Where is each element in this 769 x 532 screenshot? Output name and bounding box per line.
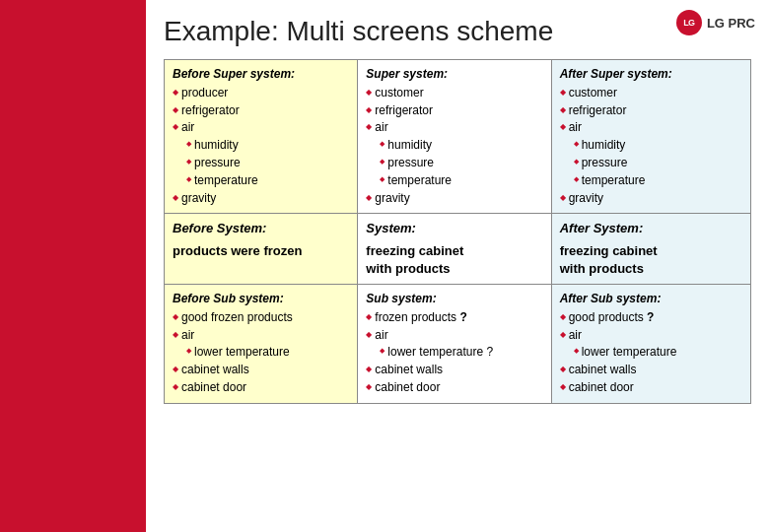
cell-after-system: After System: freezing cabinetwith produ…: [551, 214, 750, 285]
list-item: pressure: [380, 155, 542, 171]
list-item: cabinet door: [366, 379, 542, 396]
page-title: Example: Multi screens scheme: [164, 16, 751, 47]
list-item: good products ?: [560, 309, 742, 326]
logo-area: LG LG PRC: [676, 10, 755, 35]
cell-before-sub: Before Sub system: good frozen products …: [165, 284, 358, 403]
list-item: temperature: [574, 172, 742, 189]
main-area: LG LG PRC Example: Multi screens scheme …: [146, 0, 769, 532]
brand-name: LG PRC: [707, 16, 755, 31]
middle-system-header: System:: [366, 220, 542, 237]
list-item: cabinet door: [173, 379, 349, 396]
list-item: air: [173, 119, 349, 136]
list-item: good frozen products: [173, 309, 349, 326]
cell-after-sub: After Sub system: good products ? air lo…: [551, 284, 750, 403]
list-item: lower temperature: [574, 344, 742, 361]
middle-system-value: freezing cabinetwith products: [366, 243, 463, 276]
list-item: lower temperature ?: [380, 344, 542, 361]
lg-logo-icon: LG: [676, 10, 702, 35]
cell-middle-system: System: freezing cabinetwith products: [358, 214, 551, 285]
middle-sub-header: Sub system:: [366, 291, 542, 307]
cell-middle-sub: Sub system: frozen products ? air lower …: [358, 284, 551, 403]
list-item: air: [560, 119, 742, 136]
list-item: cabinet walls: [173, 362, 349, 378]
list-item: humidity: [574, 137, 742, 154]
list-item: refrigerator: [366, 102, 542, 119]
cell-after-super: After Super system: customer refrigerato…: [551, 60, 750, 214]
after-sub-header: After Sub system:: [560, 291, 742, 307]
main-table: Before Super system: producer refrigerat…: [164, 59, 751, 404]
before-system-value: products were frozen: [173, 243, 302, 258]
sidebar: [0, 0, 146, 532]
list-item: gravity: [173, 190, 349, 207]
cell-before-super: Before Super system: producer refrigerat…: [165, 60, 358, 214]
after-system-value: freezing cabinetwith products: [560, 243, 658, 276]
list-item: humidity: [186, 137, 349, 154]
middle-super-header: Super system:: [366, 66, 542, 83]
list-item: producer: [173, 85, 349, 101]
table-row: Before Sub system: good frozen products …: [165, 284, 751, 403]
list-item: air: [366, 327, 542, 344]
list-item: cabinet walls: [366, 362, 542, 378]
list-item: temperature: [186, 172, 349, 189]
table-row: Before Super system: producer refrigerat…: [165, 60, 751, 214]
list-item: customer: [560, 85, 742, 101]
list-item: gravity: [560, 190, 742, 207]
before-sub-header: Before Sub system:: [173, 291, 349, 307]
table-row: Before System: products were frozen Syst…: [165, 214, 751, 285]
list-item: refrigerator: [173, 102, 349, 119]
list-item: temperature: [380, 172, 542, 189]
before-system-header: Before System:: [173, 220, 349, 237]
list-item: cabinet walls: [560, 362, 742, 378]
list-item: cabinet door: [560, 379, 742, 396]
list-item: gravity: [366, 190, 542, 207]
list-item: refrigerator: [560, 102, 742, 119]
list-item: humidity: [380, 137, 542, 154]
cell-middle-super: Super system: customer refrigerator air …: [358, 60, 551, 214]
list-item: air: [560, 327, 742, 344]
list-item: air: [366, 119, 542, 136]
before-super-header: Before Super system:: [173, 66, 349, 83]
list-item: customer: [366, 85, 542, 101]
list-item: lower temperature: [186, 344, 349, 361]
cell-before-system: Before System: products were frozen: [165, 214, 358, 285]
list-item: frozen products ?: [366, 309, 542, 326]
list-item: pressure: [574, 155, 742, 171]
list-item: air: [173, 327, 349, 344]
after-super-header: After Super system:: [560, 66, 742, 83]
after-system-header: After System:: [560, 220, 742, 237]
list-item: pressure: [186, 155, 349, 171]
